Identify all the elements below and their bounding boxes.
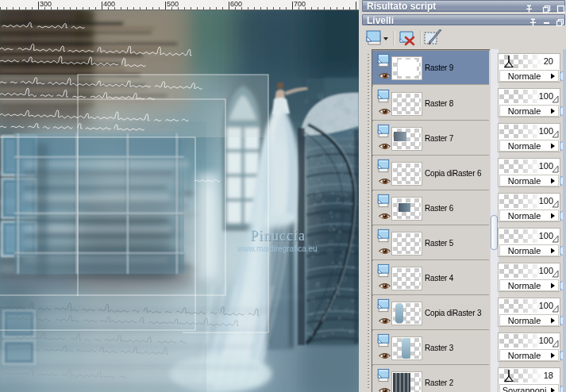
svg-text:www.maidiregrafica.eu: www.maidiregrafica.eu — [237, 244, 318, 253]
svg-text:Pinuccia: Pinuccia — [250, 228, 306, 244]
